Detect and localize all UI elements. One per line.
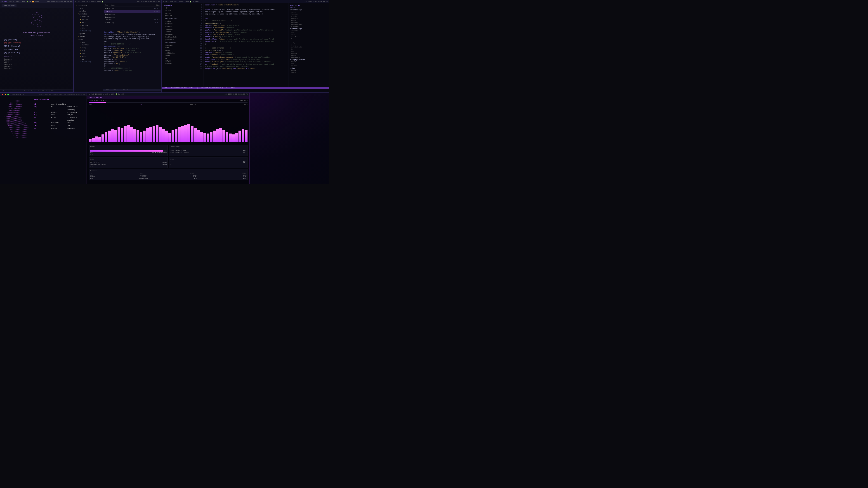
nvim-tree-name[interactable]: name — [162, 46, 198, 49]
nvim-tree-theme[interactable]: theme — [162, 55, 198, 57]
nvim-tree-locale[interactable]: locale — [162, 31, 198, 33]
process-emacs-row: 550631 emacs 0.2% 0.7% — [90, 176, 246, 177]
nvim-outline-pkgs-config[interactable]: config — [288, 71, 329, 73]
nvim-tree-profile[interactable]: profile — [162, 25, 198, 28]
nvim-code-text[interactable]: description = "Flake of LibrePhoenix"; o… — [204, 3, 288, 87]
nvim-outline-bootmountpath[interactable]: bootMountPath — [288, 23, 329, 25]
tree-item-style[interactable]: ▶ style — [74, 55, 103, 58]
tree-item-user[interactable]: ▼ user — [74, 38, 103, 41]
tree-item-git[interactable]: ▶ .git — [74, 7, 103, 10]
nvim-outline-pkgs-patches[interactable]: patches — [288, 65, 329, 67]
nvim-tree-bootmountpath[interactable]: bootMountPath — [162, 36, 198, 39]
nvim-tree-username[interactable]: username — [162, 44, 198, 47]
nvim-outline-defaultroamdir[interactable]: defaultRoamDir — [288, 46, 329, 48]
nvim-outline-locale[interactable]: locale — [288, 19, 329, 21]
file-list-item-license[interactable]: LICENSE 34.2 K — [104, 19, 160, 22]
file-list-item-installorg[interactable]: install.org — [104, 13, 160, 16]
tree-item-work[interactable]: ▶ work — [74, 21, 103, 24]
nvim-outline-timezone[interactable]: timezone — [288, 17, 329, 19]
nvim-outline-wm[interactable]: wm — [288, 40, 329, 42]
nvim-outline-font[interactable]: font — [288, 50, 329, 52]
nvim-outline-username[interactable]: username — [288, 30, 329, 32]
qute-menu-item-history[interactable]: [$] h [History] — [4, 44, 70, 48]
nvim-tree-usersettings[interactable]: ▼ userSettings — [162, 41, 198, 44]
tree-item-dotfiles[interactable]: ▼ .dotfiles — [74, 4, 103, 7]
tree-item-shell[interactable]: ▶ shell — [74, 52, 103, 55]
nvim-outline-hostname[interactable]: hostname — [288, 13, 329, 15]
tree-item-profiles[interactable]: ▼ profiles — [74, 13, 103, 15]
qute-bm-bookmarks[interactable]: Bookmarks — [4, 66, 70, 67]
qute-menu-item-quickmarks[interactable]: [b] [Quickmarks] — [4, 41, 70, 44]
tree-item-worklab[interactable]: ▶ worklab — [74, 24, 103, 27]
nvim-outline-spawneditor[interactable]: spawnEditor — [288, 56, 329, 58]
qute-bm-documents[interactable]: Documents — [4, 58, 70, 60]
disks-header: Name Size — [90, 161, 166, 162]
tree-item-hardware[interactable]: ▶ hardware — [74, 43, 103, 46]
nvim-tree-dotfilesdir[interactable]: dotfilesDir — [162, 52, 198, 55]
tree-item-themes[interactable]: ▶ themes — [74, 35, 103, 38]
nvim-tree-system[interactable]: system — [162, 20, 198, 23]
bar-chart-bar — [229, 133, 231, 142]
nvim-outline-dotfilesdir[interactable]: dotfilesDir — [288, 36, 329, 38]
nvim-tree-outputs[interactable]: ▶ outputs — [162, 9, 198, 12]
nvim-outline-outputs[interactable]: outputs — [288, 7, 329, 9]
nvim-outline-system[interactable]: system — [288, 11, 329, 13]
nvim-tree-hostname[interactable]: hostname — [162, 23, 198, 26]
qute-menu-item-search[interactable]: [o] [Search] — [4, 38, 70, 41]
qute-menu-item-newtab[interactable]: [t] [New tab] — [4, 48, 70, 51]
nvim-outline-pkgs-system[interactable]: system — [288, 61, 329, 63]
nvim-tree-grubdevice[interactable]: grubDevice — [162, 39, 198, 41]
nvim-outline-browser[interactable]: browser — [288, 44, 329, 46]
file-list-item-flakelock[interactable]: Flake.lock 27.5 K — [104, 7, 160, 10]
qute-bm-music[interactable]: Music — [4, 62, 70, 64]
nvim-tree-browser[interactable]: browser — [162, 63, 198, 65]
nvim-tree-email[interactable]: email — [162, 49, 198, 52]
tree-item-wm[interactable]: ▶ wm — [74, 58, 103, 61]
close-dot[interactable] — [2, 94, 3, 95]
nvim-outline-fontpkg[interactable]: fontPkg — [288, 52, 329, 54]
nvim-outline-pkgs[interactable]: ▼ pkgs — [288, 67, 329, 69]
qute-bm-external[interactable]: External — [4, 67, 70, 69]
nvim-tree-timezone[interactable]: timezone — [162, 28, 198, 31]
tree-item-patches[interactable]: ▶ patches — [74, 10, 103, 13]
tree-item-readme2[interactable]: ○ README.org — [74, 61, 103, 64]
nvim-outline-usersettings[interactable]: ▼ userSettings — [288, 28, 329, 30]
nvim-tree-wmtype[interactable]: wmType — [162, 60, 198, 63]
qute-bm-pictures[interactable]: Pictures — [4, 60, 70, 62]
nvim-tree-git[interactable]: ▶ .git — [162, 7, 198, 9]
nvim-outline-name[interactable]: name — [288, 32, 329, 34]
nvim-outline-profile[interactable]: profile — [288, 15, 329, 17]
nvim-outline-term[interactable]: term — [288, 48, 329, 50]
nvim-outline-theme[interactable]: theme — [288, 38, 329, 40]
nvim-tree-profiles[interactable]: ▶ profiles — [162, 15, 198, 18]
nvim-outline-pkgs-system2[interactable]: system — [288, 69, 329, 71]
file-list-item-readme[interactable]: README.org 4.3 K — [104, 22, 160, 24]
tree-item-pkgs[interactable]: ▶ pkgs — [74, 49, 103, 52]
file-list-item-flakenix[interactable]: flake.nix 2.26 K — [104, 10, 160, 13]
nvim-outline-systemsettings[interactable]: systemSettings — [288, 9, 329, 11]
nvim-outline-email[interactable]: email — [288, 34, 329, 36]
nvim-tree-patches[interactable]: ▶ patches — [162, 12, 198, 15]
nvim-outline-wmtype[interactable]: wmType — [288, 42, 329, 44]
tree-item-homelab[interactable]: ▶ home.lab — [74, 15, 103, 18]
tree-item-lang[interactable]: ▶ lang — [74, 46, 103, 50]
maximize-dot[interactable] — [7, 94, 9, 95]
nvim-tree-bootmode[interactable]: bootMode — [162, 33, 198, 36]
qute-tab[interactable]: Tech Profile — [2, 4, 17, 7]
qute-bm-downloads[interactable]: Downloads — [4, 64, 70, 66]
minimize-dot[interactable] — [5, 94, 6, 95]
file-list-item-installorg2[interactable]: install.org — [104, 16, 160, 19]
nvim-outline-editor[interactable]: editor — [288, 54, 329, 56]
tree-item-readme1[interactable]: ○ README.org — [74, 30, 103, 33]
qute-menu-item-close[interactable]: [x] [Close tab] — [4, 51, 70, 54]
tree-item-wsl[interactable]: ▶ wsl — [74, 27, 103, 30]
nvim-tree-systemsettings[interactable]: ▼ systemSettings — [162, 18, 198, 20]
tree-item-app[interactable]: ▶ app — [74, 41, 103, 44]
nvim-outline-bootmode[interactable]: bootMode — [288, 21, 329, 23]
nvim-outline-pkgs-name[interactable]: name — [288, 63, 329, 65]
nvim-outline-grubdevice[interactable]: grubDevice — [288, 25, 329, 27]
tree-item-system[interactable]: ▶ system — [74, 32, 103, 35]
nvim-tree-wm[interactable]: wm — [162, 57, 198, 60]
nvim-outline-nixpkgspatched[interactable]: ▼ nixpkgs-patched — [288, 59, 329, 61]
tree-item-personal[interactable]: ▶ personal — [74, 18, 103, 21]
